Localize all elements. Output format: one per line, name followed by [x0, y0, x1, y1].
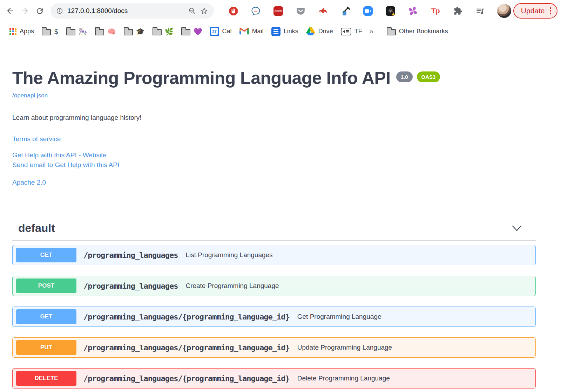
pocket-icon[interactable]	[296, 6, 306, 16]
url-text[interactable]: 127.0.0.1:8000/docs	[67, 7, 184, 15]
media-playlist-icon[interactable]	[475, 6, 486, 16]
bookmark-links[interactable]: Links	[268, 27, 302, 36]
reload-icon	[35, 7, 44, 15]
operation-summary: List Programming Languages	[185, 251, 272, 259]
bookmark-label: Drive	[318, 28, 333, 35]
bookmark-label: Links	[284, 28, 298, 35]
operation-path: /programming_languages/{programming_lang…	[83, 312, 290, 321]
bookmark-label: Cal	[222, 28, 232, 35]
bookmark-label: Other Bookmarks	[399, 28, 448, 35]
bookmark-apps[interactable]: Apps	[6, 28, 38, 35]
operation-get-list[interactable]: GET /programming_languages List Programm…	[12, 245, 536, 265]
method-badge: GET	[16, 248, 76, 262]
folder-icon	[95, 29, 104, 35]
zoom-meet-icon[interactable]	[363, 6, 373, 16]
method-badge: DELETE	[16, 371, 76, 386]
email-link[interactable]: Send email to Get Help with this API	[12, 161, 119, 169]
method-badge: GET	[16, 309, 76, 324]
bookmark-star-icon[interactable]	[200, 7, 208, 15]
license-link[interactable]: Apache 2.0	[12, 179, 46, 186]
folder-icon	[66, 29, 75, 35]
apps-grid-icon	[9, 28, 16, 35]
bookmark-folder-herb[interactable]: 🌿	[149, 27, 177, 36]
gmail-icon	[239, 28, 249, 35]
tag-section-header[interactable]: default	[12, 222, 536, 241]
bookmark-folder-carousel[interactable]: 🎠	[62, 27, 91, 36]
operation-put-update[interactable]: PUT /programming_languages/{programming_…	[12, 337, 536, 358]
operation-get-one[interactable]: GET /programming_languages/{programming_…	[12, 307, 536, 327]
folder-icon	[124, 29, 133, 35]
extensions-puzzle-icon[interactable]	[453, 6, 463, 16]
links-icon	[271, 27, 280, 36]
operations-list: GET /programming_languages List Programm…	[12, 245, 536, 388]
terms-of-service-link[interactable]: Terms of service	[12, 135, 61, 143]
profile-avatar[interactable]	[497, 4, 511, 18]
react-devtools-icon[interactable]: ⚛	[385, 6, 396, 16]
cors-extension-icon[interactable]: CORS	[273, 6, 284, 16]
folder-icon	[153, 29, 162, 35]
operation-summary: Delete Programming Language	[297, 374, 390, 382]
operation-summary: Get Programming Language	[297, 313, 381, 321]
operation-path: /programming_languages/{programming_lang…	[83, 374, 290, 383]
operation-path: /programming_languages	[83, 251, 178, 260]
zoom-out-icon[interactable]	[188, 7, 196, 15]
bookmark-label: Mail	[252, 28, 264, 35]
address-bar[interactable]: 127.0.0.1:8000/docs	[50, 3, 214, 19]
forward-button[interactable]	[18, 4, 32, 18]
browser-menu-icon[interactable]	[550, 7, 552, 14]
forward-icon	[20, 6, 29, 15]
bookmark-folder-brain[interactable]: 🧠	[91, 27, 120, 36]
adblock-icon[interactable]	[228, 6, 239, 16]
operation-delete[interactable]: DELETE /programming_languages/{programmi…	[12, 368, 536, 388]
bookmarks-divider	[380, 26, 380, 37]
warning-triangle	[392, 12, 395, 15]
announcement-card-icon	[341, 28, 351, 35]
oas3-badge: OAS3	[417, 71, 440, 82]
bookmark-folder-money[interactable]: $	[38, 27, 62, 36]
bookmark-folder-grad[interactable]: 🎓	[120, 27, 149, 36]
chat-bubble-icon[interactable]	[251, 6, 261, 16]
bookmark-drive[interactable]: Drive	[302, 27, 337, 35]
update-label: Update	[521, 7, 545, 15]
api-links: Terms of service Get Help with this API …	[12, 134, 536, 187]
tp-extension-icon[interactable]: Tp	[430, 6, 441, 16]
website-link[interactable]: Get Help with this API - Website	[12, 151, 107, 159]
folder-emoji: 🌿	[165, 27, 174, 36]
eyedropper-icon[interactable]	[340, 6, 351, 16]
folder-icon	[181, 29, 190, 35]
browser-toolbar: 127.0.0.1:8000/docs CORS ⚛	[0, 0, 561, 22]
operation-post-create[interactable]: POST /programming_languages Create Progr…	[12, 276, 536, 296]
method-badge: PUT	[16, 340, 76, 355]
folder-icon	[387, 29, 396, 35]
cors-label: CORS	[273, 6, 283, 16]
bookmark-mail[interactable]: Mail	[236, 28, 268, 35]
folder-emoji: 🎠	[79, 27, 87, 36]
folder-emoji: 🎓	[136, 27, 145, 36]
back-button[interactable]	[3, 4, 18, 18]
site-info-icon[interactable]	[56, 7, 63, 14]
other-bookmarks-button[interactable]: Other Bookmarks	[383, 27, 452, 35]
operation-path: /programming_languages	[83, 282, 178, 290]
swagger-page: The Amazing Programming Language Info AP…	[0, 41, 561, 388]
purple-flower-icon[interactable]	[408, 6, 418, 16]
bookmark-folder-heart[interactable]: 💜	[177, 27, 206, 36]
folder-icon	[42, 29, 51, 35]
version-badge: 1.0	[396, 71, 413, 82]
chevron-down-icon[interactable]	[512, 225, 522, 231]
operation-path: /programming_languages/{programming_lang…	[83, 343, 290, 352]
redirect-arrow-icon[interactable]	[318, 6, 329, 16]
operation-summary: Create Programming Language	[185, 282, 279, 290]
folder-emoji: 💜	[194, 27, 202, 36]
bookmarks-overflow-button[interactable]: »	[366, 27, 377, 35]
update-button[interactable]: Update	[513, 3, 557, 19]
reload-button[interactable]	[32, 4, 47, 18]
page-title: The Amazing Programming Language Info AP…	[12, 69, 391, 88]
drive-icon	[306, 27, 315, 35]
back-icon	[6, 6, 15, 15]
api-description: Learn about programming language history…	[12, 114, 536, 122]
folder-emoji: $	[54, 27, 59, 36]
openapi-spec-link[interactable]: /openapi.json	[12, 92, 48, 99]
bookmark-tf[interactable]: TF	[337, 28, 366, 35]
bookmark-calendar[interactable]: 27 Cal	[206, 27, 236, 36]
folder-emoji: 🧠	[107, 27, 116, 36]
